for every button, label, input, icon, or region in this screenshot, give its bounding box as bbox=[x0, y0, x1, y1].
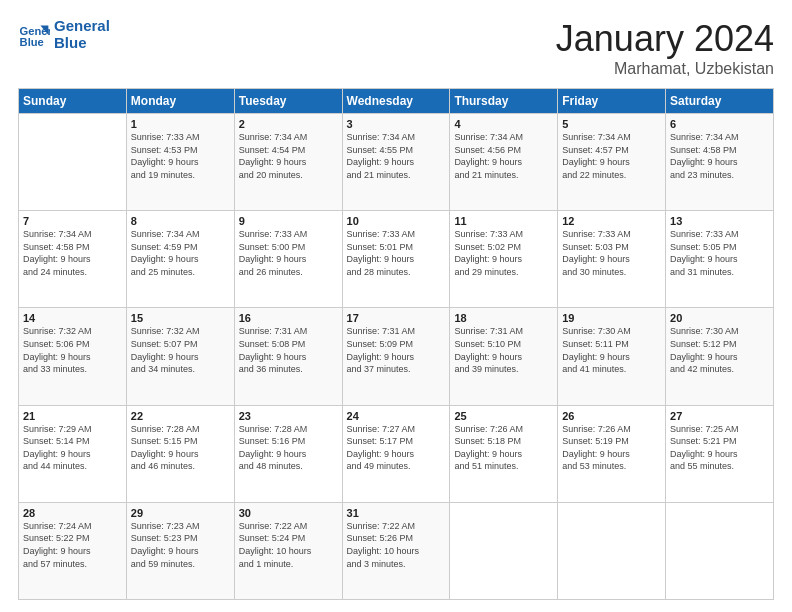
day-number: 4 bbox=[454, 118, 553, 130]
calendar-cell: 8Sunrise: 7:34 AM Sunset: 4:59 PM Daylig… bbox=[126, 211, 234, 308]
day-number: 21 bbox=[23, 410, 122, 422]
day-info: Sunrise: 7:33 AM Sunset: 5:02 PM Dayligh… bbox=[454, 228, 553, 278]
day-number: 31 bbox=[347, 507, 446, 519]
day-info: Sunrise: 7:33 AM Sunset: 5:03 PM Dayligh… bbox=[562, 228, 661, 278]
calendar-cell: 1Sunrise: 7:33 AM Sunset: 4:53 PM Daylig… bbox=[126, 114, 234, 211]
calendar-cell bbox=[19, 114, 127, 211]
day-info: Sunrise: 7:34 AM Sunset: 4:58 PM Dayligh… bbox=[670, 131, 769, 181]
day-number: 5 bbox=[562, 118, 661, 130]
day-info: Sunrise: 7:34 AM Sunset: 4:56 PM Dayligh… bbox=[454, 131, 553, 181]
day-number: 14 bbox=[23, 312, 122, 324]
header: General Blue General Blue January 2024 M… bbox=[18, 18, 774, 78]
day-info: Sunrise: 7:31 AM Sunset: 5:08 PM Dayligh… bbox=[239, 325, 338, 375]
day-info: Sunrise: 7:27 AM Sunset: 5:17 PM Dayligh… bbox=[347, 423, 446, 473]
day-number: 8 bbox=[131, 215, 230, 227]
day-number: 24 bbox=[347, 410, 446, 422]
day-number: 12 bbox=[562, 215, 661, 227]
logo: General Blue General Blue bbox=[18, 18, 110, 51]
day-info: Sunrise: 7:22 AM Sunset: 5:26 PM Dayligh… bbox=[347, 520, 446, 570]
day-info: Sunrise: 7:34 AM Sunset: 4:54 PM Dayligh… bbox=[239, 131, 338, 181]
calendar-cell: 17Sunrise: 7:31 AM Sunset: 5:09 PM Dayli… bbox=[342, 308, 450, 405]
day-info: Sunrise: 7:25 AM Sunset: 5:21 PM Dayligh… bbox=[670, 423, 769, 473]
day-number: 13 bbox=[670, 215, 769, 227]
day-number: 3 bbox=[347, 118, 446, 130]
day-info: Sunrise: 7:32 AM Sunset: 5:07 PM Dayligh… bbox=[131, 325, 230, 375]
day-header-wednesday: Wednesday bbox=[342, 89, 450, 114]
day-info: Sunrise: 7:34 AM Sunset: 4:59 PM Dayligh… bbox=[131, 228, 230, 278]
day-number: 15 bbox=[131, 312, 230, 324]
location-title: Marhamat, Uzbekistan bbox=[556, 60, 774, 78]
day-header-saturday: Saturday bbox=[666, 89, 774, 114]
day-info: Sunrise: 7:28 AM Sunset: 5:16 PM Dayligh… bbox=[239, 423, 338, 473]
day-number: 10 bbox=[347, 215, 446, 227]
day-header-friday: Friday bbox=[558, 89, 666, 114]
calendar-cell: 10Sunrise: 7:33 AM Sunset: 5:01 PM Dayli… bbox=[342, 211, 450, 308]
day-header-sunday: Sunday bbox=[19, 89, 127, 114]
day-number: 19 bbox=[562, 312, 661, 324]
calendar-cell: 31Sunrise: 7:22 AM Sunset: 5:26 PM Dayli… bbox=[342, 502, 450, 599]
calendar-cell: 3Sunrise: 7:34 AM Sunset: 4:55 PM Daylig… bbox=[342, 114, 450, 211]
calendar-cell: 15Sunrise: 7:32 AM Sunset: 5:07 PM Dayli… bbox=[126, 308, 234, 405]
calendar: SundayMondayTuesdayWednesdayThursdayFrid… bbox=[18, 88, 774, 600]
day-info: Sunrise: 7:23 AM Sunset: 5:23 PM Dayligh… bbox=[131, 520, 230, 570]
day-info: Sunrise: 7:24 AM Sunset: 5:22 PM Dayligh… bbox=[23, 520, 122, 570]
day-number: 28 bbox=[23, 507, 122, 519]
day-info: Sunrise: 7:33 AM Sunset: 5:05 PM Dayligh… bbox=[670, 228, 769, 278]
day-number: 25 bbox=[454, 410, 553, 422]
day-info: Sunrise: 7:33 AM Sunset: 4:53 PM Dayligh… bbox=[131, 131, 230, 181]
day-info: Sunrise: 7:31 AM Sunset: 5:10 PM Dayligh… bbox=[454, 325, 553, 375]
day-number: 7 bbox=[23, 215, 122, 227]
calendar-cell: 14Sunrise: 7:32 AM Sunset: 5:06 PM Dayli… bbox=[19, 308, 127, 405]
calendar-cell: 12Sunrise: 7:33 AM Sunset: 5:03 PM Dayli… bbox=[558, 211, 666, 308]
calendar-cell: 7Sunrise: 7:34 AM Sunset: 4:58 PM Daylig… bbox=[19, 211, 127, 308]
day-number: 20 bbox=[670, 312, 769, 324]
calendar-cell: 24Sunrise: 7:27 AM Sunset: 5:17 PM Dayli… bbox=[342, 405, 450, 502]
day-info: Sunrise: 7:22 AM Sunset: 5:24 PM Dayligh… bbox=[239, 520, 338, 570]
calendar-cell: 23Sunrise: 7:28 AM Sunset: 5:16 PM Dayli… bbox=[234, 405, 342, 502]
calendar-cell: 28Sunrise: 7:24 AM Sunset: 5:22 PM Dayli… bbox=[19, 502, 127, 599]
logo-line2: Blue bbox=[54, 35, 110, 52]
calendar-cell: 22Sunrise: 7:28 AM Sunset: 5:15 PM Dayli… bbox=[126, 405, 234, 502]
day-info: Sunrise: 7:28 AM Sunset: 5:15 PM Dayligh… bbox=[131, 423, 230, 473]
day-info: Sunrise: 7:34 AM Sunset: 4:57 PM Dayligh… bbox=[562, 131, 661, 181]
calendar-cell: 30Sunrise: 7:22 AM Sunset: 5:24 PM Dayli… bbox=[234, 502, 342, 599]
day-header-monday: Monday bbox=[126, 89, 234, 114]
day-number: 17 bbox=[347, 312, 446, 324]
calendar-cell: 21Sunrise: 7:29 AM Sunset: 5:14 PM Dayli… bbox=[19, 405, 127, 502]
day-info: Sunrise: 7:32 AM Sunset: 5:06 PM Dayligh… bbox=[23, 325, 122, 375]
day-info: Sunrise: 7:34 AM Sunset: 4:55 PM Dayligh… bbox=[347, 131, 446, 181]
calendar-cell: 20Sunrise: 7:30 AM Sunset: 5:12 PM Dayli… bbox=[666, 308, 774, 405]
day-number: 23 bbox=[239, 410, 338, 422]
day-info: Sunrise: 7:33 AM Sunset: 5:01 PM Dayligh… bbox=[347, 228, 446, 278]
day-info: Sunrise: 7:33 AM Sunset: 5:00 PM Dayligh… bbox=[239, 228, 338, 278]
calendar-cell: 2Sunrise: 7:34 AM Sunset: 4:54 PM Daylig… bbox=[234, 114, 342, 211]
day-number: 6 bbox=[670, 118, 769, 130]
calendar-cell: 16Sunrise: 7:31 AM Sunset: 5:08 PM Dayli… bbox=[234, 308, 342, 405]
day-header-thursday: Thursday bbox=[450, 89, 558, 114]
calendar-cell: 26Sunrise: 7:26 AM Sunset: 5:19 PM Dayli… bbox=[558, 405, 666, 502]
calendar-cell bbox=[666, 502, 774, 599]
calendar-cell: 11Sunrise: 7:33 AM Sunset: 5:02 PM Dayli… bbox=[450, 211, 558, 308]
day-number: 11 bbox=[454, 215, 553, 227]
day-info: Sunrise: 7:34 AM Sunset: 4:58 PM Dayligh… bbox=[23, 228, 122, 278]
day-number: 30 bbox=[239, 507, 338, 519]
day-number: 29 bbox=[131, 507, 230, 519]
calendar-cell bbox=[558, 502, 666, 599]
day-number: 22 bbox=[131, 410, 230, 422]
logo-line1: General bbox=[54, 18, 110, 35]
day-number: 27 bbox=[670, 410, 769, 422]
calendar-cell: 9Sunrise: 7:33 AM Sunset: 5:00 PM Daylig… bbox=[234, 211, 342, 308]
day-number: 18 bbox=[454, 312, 553, 324]
day-info: Sunrise: 7:30 AM Sunset: 5:12 PM Dayligh… bbox=[670, 325, 769, 375]
day-number: 2 bbox=[239, 118, 338, 130]
calendar-cell: 19Sunrise: 7:30 AM Sunset: 5:11 PM Dayli… bbox=[558, 308, 666, 405]
calendar-cell: 6Sunrise: 7:34 AM Sunset: 4:58 PM Daylig… bbox=[666, 114, 774, 211]
calendar-cell: 4Sunrise: 7:34 AM Sunset: 4:56 PM Daylig… bbox=[450, 114, 558, 211]
day-number: 16 bbox=[239, 312, 338, 324]
month-title: January 2024 bbox=[556, 18, 774, 60]
day-number: 1 bbox=[131, 118, 230, 130]
day-info: Sunrise: 7:31 AM Sunset: 5:09 PM Dayligh… bbox=[347, 325, 446, 375]
day-number: 9 bbox=[239, 215, 338, 227]
calendar-cell: 18Sunrise: 7:31 AM Sunset: 5:10 PM Dayli… bbox=[450, 308, 558, 405]
calendar-cell: 13Sunrise: 7:33 AM Sunset: 5:05 PM Dayli… bbox=[666, 211, 774, 308]
